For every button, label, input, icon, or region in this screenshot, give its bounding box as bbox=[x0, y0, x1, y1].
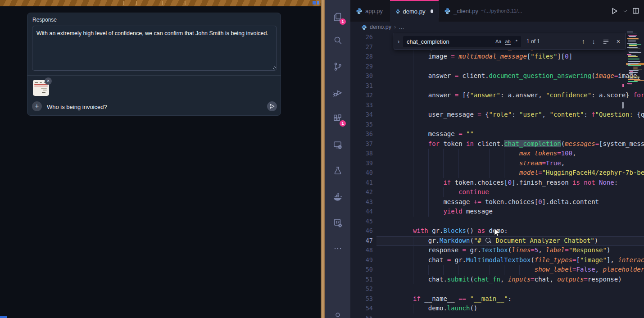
whole-word-toggle[interactable]: ab bbox=[505, 39, 510, 45]
code-line[interactable] bbox=[413, 62, 644, 72]
code-line[interactable]: response = gr.Textbox(lines=5, label="Re… bbox=[413, 245, 644, 255]
code-line[interactable]: message = "" bbox=[413, 129, 644, 139]
code-line[interactable]: stream=True, bbox=[413, 159, 644, 168]
sidebar-item-source-control[interactable] bbox=[332, 61, 343, 72]
breadcrumb[interactable]: demo.py › … bbox=[350, 22, 636, 32]
mouse-cursor bbox=[494, 228, 501, 238]
code-line[interactable]: user_message = {"role": "user", "content… bbox=[413, 110, 644, 120]
code-line[interactable] bbox=[413, 100, 644, 110]
editor-actions bbox=[610, 0, 644, 22]
chat-input[interactable]: Who is being invoiced? bbox=[47, 104, 107, 110]
breadcrumb-file[interactable]: demo.py bbox=[370, 24, 391, 30]
code-editor[interactable]: 2627282930313233343536373839404142434445… bbox=[350, 32, 644, 318]
overview-ruler-mark bbox=[622, 84, 624, 87]
editor-tab-bar: app.py demo.py _client.py ~/.../python3.… bbox=[350, 0, 644, 22]
gradio-app-panel: Response × + Who is being invoiced? bbox=[0, 0, 321, 318]
find-previous-button[interactable]: ↑ bbox=[582, 38, 585, 45]
debug-icon bbox=[332, 87, 343, 98]
regex-toggle[interactable]: .* bbox=[514, 39, 517, 44]
minimap-row bbox=[627, 47, 638, 48]
strip-blue-dot bbox=[313, 1, 316, 5]
code-line[interactable]: model="HuggingFaceH4/zephyr-7b-beta"): bbox=[413, 168, 644, 178]
sidebar-item-search[interactable] bbox=[332, 35, 343, 46]
code-line[interactable]: yield message bbox=[413, 207, 644, 217]
code-line[interactable]: answer = client.document_question_answer… bbox=[413, 71, 644, 81]
code-line[interactable]: message += token.choices[0].delta.conten… bbox=[413, 197, 644, 207]
code-line[interactable]: max_tokens=100, bbox=[413, 149, 644, 159]
code-line[interactable]: for token in client.chat_completion(mess… bbox=[413, 139, 644, 149]
find-next-button[interactable]: ↓ bbox=[592, 38, 595, 45]
code-line[interactable]: if token.choices[0].finish_reason is not… bbox=[413, 178, 644, 188]
window-divider[interactable] bbox=[321, 0, 325, 318]
code-line[interactable]: continue bbox=[413, 187, 644, 197]
send-button[interactable] bbox=[267, 101, 277, 111]
sidebar-item-testing[interactable] bbox=[332, 165, 343, 176]
sidebar-item-code-settings[interactable] bbox=[332, 218, 343, 228]
vscode-window: 1 1 bbox=[325, 0, 644, 318]
minimap[interactable] bbox=[627, 22, 643, 318]
tab-label: demo.py bbox=[403, 8, 426, 15]
code-line[interactable] bbox=[413, 313, 644, 318]
breadcrumb-more[interactable]: … bbox=[399, 24, 404, 30]
more-actions-button[interactable] bbox=[332, 243, 343, 254]
code-line[interactable]: image = multimodal_message["files"][0] bbox=[413, 52, 644, 62]
minimap-row bbox=[628, 56, 638, 57]
tab-label: _client.py bbox=[454, 8, 478, 14]
sidebar-item-extensions[interactable]: 1 bbox=[332, 114, 343, 124]
find-input-box: Aa ab .* bbox=[403, 36, 521, 47]
extensions-badge: 1 bbox=[340, 120, 346, 127]
desktop-top-strip bbox=[0, 0, 321, 6]
minimap-row bbox=[627, 38, 639, 39]
sidebar-item-docker[interactable] bbox=[332, 191, 343, 202]
tab-app-py[interactable]: app.py bbox=[350, 0, 390, 22]
find-in-selection-button[interactable] bbox=[603, 38, 609, 45]
minimap-row bbox=[628, 51, 638, 52]
code-line[interactable]: with gr.Blocks() as demo: bbox=[413, 226, 644, 236]
attachment-close-button[interactable]: × bbox=[45, 77, 52, 85]
tab-demo-py[interactable]: demo.py bbox=[390, 0, 439, 22]
code-line[interactable] bbox=[413, 284, 644, 294]
account-button[interactable] bbox=[332, 310, 343, 318]
sidebar-item-remote-explorer[interactable] bbox=[332, 140, 343, 150]
code-line[interactable] bbox=[413, 81, 644, 91]
minimap-row bbox=[628, 81, 638, 82]
code-line[interactable]: chat.submit(chat_fn, inputs=chat, output… bbox=[413, 275, 644, 285]
code-line[interactable]: answer = [{"answer": a.answer, "confiden… bbox=[413, 91, 644, 100]
minimap-row bbox=[628, 40, 639, 41]
minimap-row bbox=[629, 44, 641, 45]
code-line[interactable]: if __name__ == "__main__": bbox=[413, 294, 644, 304]
minimap-row bbox=[628, 55, 636, 56]
tab-label: app.py bbox=[365, 8, 383, 14]
run-dropdown-chevron-icon[interactable] bbox=[623, 9, 628, 14]
editor-lines[interactable]: def chat_fn(multimodal_message):question… bbox=[350, 32, 644, 318]
minimap-row bbox=[630, 71, 633, 72]
run-button[interactable] bbox=[611, 7, 618, 15]
response-textarea[interactable] bbox=[32, 26, 277, 71]
minimap-row bbox=[628, 61, 640, 62]
tab-description: ~/.../python3.11/... bbox=[481, 8, 522, 14]
python-icon bbox=[361, 24, 367, 30]
code-line[interactable] bbox=[413, 217, 644, 227]
code-line[interactable]: demo.launch() bbox=[413, 304, 644, 313]
minimap-row bbox=[629, 52, 641, 53]
modified-dot-icon[interactable] bbox=[431, 9, 433, 13]
sidebar-item-run-debug[interactable] bbox=[332, 87, 343, 98]
attach-file-button[interactable]: + bbox=[32, 101, 42, 111]
tab-client-py[interactable]: _client.py ~/.../python3.11/... bbox=[439, 0, 626, 22]
code-line[interactable]: show_label=False, placeholder="Upload an… bbox=[413, 265, 644, 275]
find-close-button[interactable]: × bbox=[617, 38, 620, 45]
ellipsis-icon bbox=[332, 243, 343, 254]
code-line[interactable]: gr.Markdown("# Document Analyzer Chatbot… bbox=[413, 236, 644, 246]
match-case-toggle[interactable]: Aa bbox=[495, 39, 501, 44]
split-editor-button[interactable] bbox=[632, 7, 639, 14]
code-line[interactable] bbox=[413, 120, 644, 130]
explorer-badge: 1 bbox=[340, 18, 346, 25]
minimap-row bbox=[627, 43, 637, 44]
sidebar-item-explorer[interactable]: 1 bbox=[332, 12, 343, 23]
find-replace-toggle-chevron[interactable]: › bbox=[394, 38, 403, 45]
magnifier-emoji-icon bbox=[485, 238, 490, 243]
code-line[interactable]: chat = gr.MultimodalTextbox(file_types=[… bbox=[413, 255, 644, 265]
minimap-row bbox=[627, 32, 633, 32]
find-input[interactable] bbox=[403, 38, 495, 45]
find-widget: › Aa ab .* 1 of 1 ↑ ↓ × bbox=[394, 33, 626, 50]
